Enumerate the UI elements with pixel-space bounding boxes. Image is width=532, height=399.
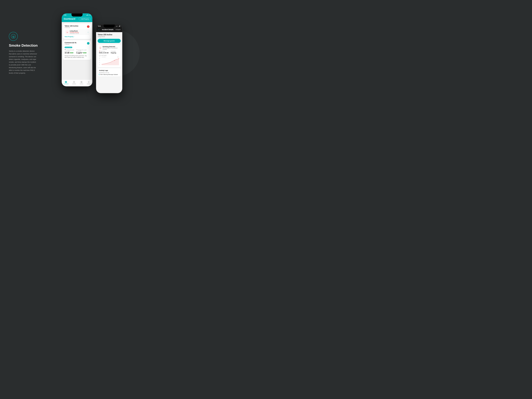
time-info-row: ⏰ Start Time 04/20 | 9:30 AM ⏱ Duration <box>99 51 119 54</box>
clock-icon: ⏰ <box>99 51 100 52</box>
add-property-button[interactable]: + Add Property <box>79 18 90 20</box>
phone-notch-main <box>71 13 82 17</box>
timer-icon: ⏱ <box>111 51 112 52</box>
nav-settings[interactable]: Settings <box>87 81 91 84</box>
svg-rect-1 <box>13 37 14 38</box>
nav-incidents[interactable]: Incidents <box>72 81 76 84</box>
incident-screen: Tahoe 155 Incline Living Room Message gu… <box>96 32 122 93</box>
battery-icon: ▮ <box>90 14 90 16</box>
section-title: Smoke Detection <box>9 44 38 48</box>
wifi-icon-secondary: ▲ <box>118 25 119 27</box>
smoking-alert-icon <box>99 47 101 49</box>
duration-label: ⏱ Duration <box>111 51 116 52</box>
view-property-link[interactable]: View Property → <box>65 36 89 38</box>
section-description: Sentry is a smoke detection device that … <box>9 50 38 75</box>
smoke-detection-icon <box>11 34 16 39</box>
avg-db-label: Average dB Level <box>65 49 74 51</box>
dashboard-title: Dashboard <box>64 18 75 20</box>
devices-nav-icon <box>80 81 82 83</box>
devices-nav-label: Devices <box>80 83 83 84</box>
metrics-row: Average dB Level of all rooms 16 dB GOOD <box>65 49 89 54</box>
smoking-device-icon <box>66 31 69 34</box>
commercial-property-info: Commercial St. 1 Device <box>65 42 77 45</box>
svg-point-6 <box>77 49 77 50</box>
dashboard-nav-icon <box>65 81 67 83</box>
chart-line-area: ✗ <box>102 56 119 65</box>
smoking-card-title: Smoking Detected <box>102 46 119 47</box>
air-quality-icon <box>76 49 78 50</box>
message-guests-button[interactable]: Message guests <box>98 39 121 43</box>
hooray-text: Hooray! Everything looks good here. You … <box>65 55 89 58</box>
avg-pm-sublabel: of all rooms <box>76 51 86 52</box>
chart-svg: ✗ <box>102 56 119 65</box>
monitoring-badge: MONITORING <box>65 47 72 48</box>
incidents-nav-label: Incidents <box>72 83 76 84</box>
tahoe-property-name: Tahoe 155 Incline <box>65 25 78 27</box>
smoking-detected-card: Smoking Detected 99% probability of recr… <box>98 44 121 67</box>
living-room-status: Smoking Detected <box>70 32 87 33</box>
settings-nav-icon <box>88 81 90 83</box>
svg-point-16 <box>81 82 82 82</box>
phone-main: 9:41 ▲ ▮ Dashboard + <box>62 13 93 87</box>
living-room-info: Living Room Smoking Detected 04/20/2023 … <box>70 30 87 34</box>
nav-devices[interactable]: Devices <box>80 81 83 84</box>
avg-pm-label: Average P.M. Level <box>76 49 86 51</box>
back-button[interactable]: ← <box>98 28 100 31</box>
activity-log-date: 04/20/2023 | 9:41:45 <box>99 72 119 73</box>
smoking-card-icon <box>99 46 102 49</box>
dashboard-nav-label: Dashboard <box>63 83 68 84</box>
svg-point-17 <box>89 82 89 82</box>
settings-nav-label: Settings <box>87 83 91 84</box>
dashboard-header: Dashboard + Add Property <box>62 16 92 22</box>
page-wrapper: Smoke Detection Sentry is a smoke detect… <box>0 0 142 106</box>
svg-point-14 <box>74 82 74 82</box>
phone-secondary: 9:41 ▲ ▮ ← Incident D <box>96 24 122 93</box>
chart-title: P.M. Level: μg/m³ <box>99 55 119 56</box>
duration-value: Ongoing <box>111 52 116 54</box>
incident-header: ← Incident Details ⬆ Export <box>96 27 122 32</box>
tahoe-card-header: Tahoe 155 Incline 3 Devices ! <box>65 25 89 28</box>
export-button[interactable]: ⬆ Export <box>116 29 120 30</box>
tahoe-devices-count: 3 Devices <box>65 27 78 28</box>
smoking-card-text: Smoking Detected 99% probability of recr… <box>102 46 119 50</box>
cigarette-icon <box>66 31 68 33</box>
avg-pm-value-row: 3 μg/m³ GOOD <box>76 52 86 54</box>
avg-pm-metric: Average P.M. Level of all rooms 3 μg/m³ … <box>76 49 86 54</box>
start-time-label: ⏰ Start Time <box>99 51 108 52</box>
wifi-icon: ▲ <box>88 14 89 16</box>
duration-item: ⏱ Duration Ongoing <box>111 51 116 54</box>
smoking-probability: 99% probability of recreational smoking <box>102 47 119 50</box>
svg-point-5 <box>76 50 77 50</box>
phone-notch-secondary <box>104 25 115 28</box>
commercial-property-name: Commercial St. <box>65 42 77 44</box>
activity-logs-card: Activity Logs 04/20/2023 | 9:41:45 Stern… <box>98 68 121 76</box>
svg-rect-10 <box>65 82 66 83</box>
nav-dashboard[interactable]: Dashboard <box>63 81 68 84</box>
avg-db-value-row: 16 dB GOOD <box>65 52 74 54</box>
left-section: Smoke Detection Sentry is a smoke detect… <box>0 25 42 81</box>
tahoe-property-info: Tahoe 155 Incline 3 Devices <box>65 25 78 28</box>
avg-db-metric: Average dB Level of all rooms 16 dB GOOD <box>65 49 74 54</box>
commercial-devices-count: 1 Device <box>65 44 77 45</box>
start-time-item: ⏰ Start Time 04/20 | 9:30 AM <box>99 51 108 54</box>
commercial-property-card: Commercial St. 1 Device ✓ MONITORING <box>63 40 91 60</box>
incidents-nav-icon <box>73 81 75 83</box>
phones-center: 9:41 ▲ ▮ Dashboard + <box>42 13 142 93</box>
bottom-nav: Dashboard Incidents <box>62 80 92 86</box>
svg-rect-3 <box>67 32 68 33</box>
incident-property-name: Tahoe 155 Incline <box>98 34 121 36</box>
incident-room-name: Living Room <box>98 36 121 38</box>
chevron-right-icon: › <box>88 31 88 33</box>
status-time-main: 9:41 <box>64 14 66 16</box>
smoke-detection-icon-circle <box>9 32 18 41</box>
phones-area: 9:41 ▲ ▮ Dashboard + <box>62 13 122 93</box>
svg-point-7 <box>77 50 77 50</box>
svg-rect-9 <box>66 81 67 82</box>
svg-text:✗: ✗ <box>114 60 115 61</box>
tahoe-property-card: Tahoe 155 Incline 3 Devices ! <box>63 23 91 39</box>
battery-icon-secondary: ▮ <box>119 25 120 27</box>
avg-db-sublabel: of all rooms <box>65 51 74 52</box>
tahoe-alert-icon: ! <box>87 25 89 28</box>
chart-canvas: 100 95 90 85 80 <box>99 56 119 66</box>
living-room-device-row[interactable]: Living Room Smoking Detected 04/20/2023 … <box>65 29 89 35</box>
